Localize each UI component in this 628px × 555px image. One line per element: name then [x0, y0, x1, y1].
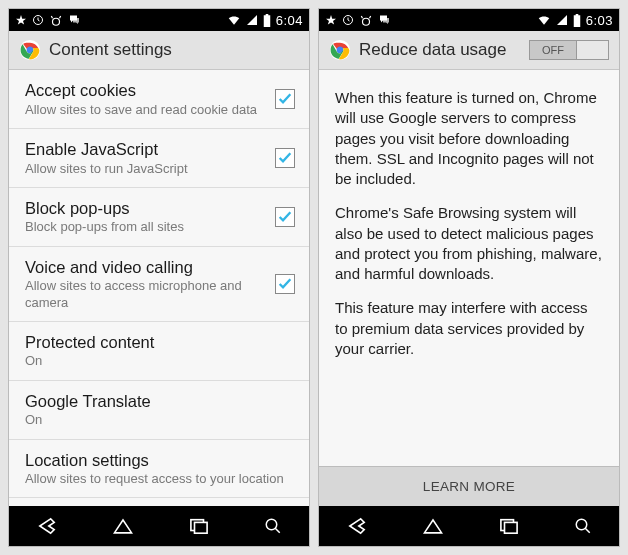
- nav-bar: [9, 506, 309, 546]
- star-icon: [325, 14, 337, 26]
- cyanogenmod-icon: [49, 14, 63, 26]
- setting-row[interactable]: Block pop-upsBlock pop-ups from all site…: [9, 188, 309, 247]
- setting-subtitle: Allow sites to access microphone and cam…: [25, 278, 265, 311]
- svg-rect-4: [194, 522, 207, 533]
- battery-icon: [263, 14, 271, 27]
- page-title: Reduce data usage: [359, 40, 521, 60]
- clock-icon: [342, 14, 354, 26]
- status-bar: 6:04: [9, 9, 309, 31]
- toggle-off[interactable]: OFF: [529, 40, 609, 60]
- setting-title: Protected content: [25, 332, 295, 353]
- svg-point-11: [576, 519, 587, 530]
- setting-subtitle: On: [25, 412, 295, 428]
- cyanogenmod-icon: [359, 14, 373, 26]
- info-paragraph: When this feature is turned on, Chrome w…: [335, 88, 603, 189]
- setting-title: Location settings: [25, 450, 295, 471]
- status-left: [325, 14, 391, 26]
- setting-subtitle: On: [25, 353, 295, 369]
- chrome-icon: [329, 39, 351, 61]
- chrome-icon: [19, 39, 41, 61]
- signal-icon: [246, 14, 258, 26]
- setting-text: Enable JavaScriptAllow sites to run Java…: [25, 139, 265, 177]
- clock-text: 6:04: [276, 13, 303, 28]
- home-icon[interactable]: [421, 517, 445, 535]
- checkbox[interactable]: [275, 148, 295, 168]
- status-left: [15, 14, 81, 26]
- svg-point-5: [266, 519, 277, 530]
- checkmark-icon: [277, 150, 293, 166]
- recents-icon[interactable]: [188, 517, 210, 535]
- learn-more-button[interactable]: LEARN MORE: [319, 466, 619, 506]
- checkmark-icon: [277, 91, 293, 107]
- setting-text: Voice and video callingAllow sites to ac…: [25, 257, 265, 311]
- toggle-knob: [576, 41, 608, 59]
- setting-subtitle: Allow sites to run JavaScript: [25, 161, 265, 177]
- clock-text: 6:03: [586, 13, 613, 28]
- search-icon[interactable]: [573, 517, 593, 535]
- battery-icon: [573, 14, 581, 27]
- setting-title: Google Translate: [25, 391, 295, 412]
- setting-title: Block pop-ups: [25, 198, 265, 219]
- setting-row[interactable]: Enable JavaScriptAllow sites to run Java…: [9, 129, 309, 188]
- setting-text: Protected contentOn: [25, 332, 295, 370]
- setting-text: Accept cookiesAllow sites to save and re…: [25, 80, 265, 118]
- setting-text: Google TranslateOn: [25, 391, 295, 429]
- svg-point-7: [363, 18, 370, 25]
- status-right: 6:03: [537, 13, 613, 28]
- settings-list[interactable]: Accept cookiesAllow sites to save and re…: [9, 70, 309, 506]
- page-title: Content settings: [49, 40, 299, 60]
- phone-right: 6:03 Reduce data usage OFF When this fea…: [318, 8, 620, 547]
- home-icon[interactable]: [111, 517, 135, 535]
- setting-row[interactable]: Location settingsAllow sites to request …: [9, 440, 309, 499]
- checkmark-icon: [277, 209, 293, 225]
- back-icon[interactable]: [36, 517, 58, 535]
- setting-title: Voice and video calling: [25, 257, 265, 278]
- wifi-icon: [227, 14, 241, 26]
- search-icon[interactable]: [263, 517, 283, 535]
- chat-icon: [68, 14, 81, 26]
- info-paragraph: Chrome's Safe Browsing system will also …: [335, 203, 603, 284]
- setting-subtitle: Block pop-ups from all sites: [25, 219, 265, 235]
- app-header: Reduce data usage OFF: [319, 31, 619, 70]
- setting-subtitle: Allow sites to save and read cookie data: [25, 102, 265, 118]
- clock-icon: [32, 14, 44, 26]
- setting-row[interactable]: Protected contentOn: [9, 322, 309, 381]
- nav-bar: [319, 506, 619, 546]
- setting-row[interactable]: Google TranslateOn: [9, 381, 309, 440]
- toggle-label: OFF: [530, 41, 576, 59]
- status-right: 6:04: [227, 13, 303, 28]
- setting-row[interactable]: Accept cookiesAllow sites to save and re…: [9, 70, 309, 129]
- setting-row[interactable]: Voice and video callingAllow sites to ac…: [9, 247, 309, 322]
- setting-title: Enable JavaScript: [25, 139, 265, 160]
- setting-text: Block pop-upsBlock pop-ups from all site…: [25, 198, 265, 236]
- setting-row[interactable]: Website settingsAdvanced settings for in…: [9, 498, 309, 506]
- signal-icon: [556, 14, 568, 26]
- back-icon[interactable]: [346, 517, 368, 535]
- setting-subtitle: Allow sites to request access to your lo…: [25, 471, 295, 487]
- star-icon: [15, 14, 27, 26]
- phone-left: 6:04 Content settings Accept cookiesAllo…: [8, 8, 310, 547]
- checkbox[interactable]: [275, 207, 295, 227]
- recents-icon[interactable]: [498, 517, 520, 535]
- status-bar: 6:03: [319, 9, 619, 31]
- svg-point-1: [53, 18, 60, 25]
- body-content: When this feature is turned on, Chrome w…: [319, 70, 619, 466]
- setting-text: Location settingsAllow sites to request …: [25, 450, 295, 488]
- learn-more-label: LEARN MORE: [423, 479, 515, 494]
- checkbox[interactable]: [275, 274, 295, 294]
- wifi-icon: [537, 14, 551, 26]
- checkmark-icon: [277, 276, 293, 292]
- app-header: Content settings: [9, 31, 309, 70]
- info-paragraph: This feature may interfere with access t…: [335, 298, 603, 359]
- setting-title: Accept cookies: [25, 80, 265, 101]
- svg-rect-10: [504, 522, 517, 533]
- checkbox[interactable]: [275, 89, 295, 109]
- chat-icon: [378, 14, 391, 26]
